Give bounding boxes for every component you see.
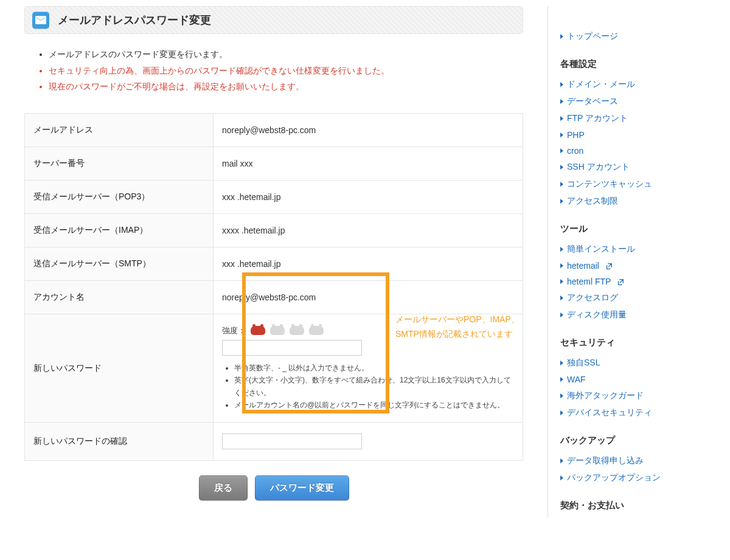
sidebar-section-title: セキュリティ: [560, 337, 706, 348]
chevron-right-icon: [560, 410, 563, 415]
strength-icon: [309, 326, 324, 335]
sidebar-link[interactable]: デバイスセキュリティ: [560, 407, 706, 418]
notice-item: セキュリティ向上の為、画面上からのパスワード確認ができない仕様変更を行いました。: [49, 63, 523, 79]
chevron-right-icon: [560, 133, 563, 137]
sidebar-item-label: SSH アカウント: [567, 162, 630, 173]
back-button[interactable]: 戻る: [199, 475, 248, 500]
sidebar-link[interactable]: 簡単インストール: [560, 244, 706, 255]
password-note: 半角英数字、- _ 以外は入力できません。: [234, 362, 514, 374]
sidebar-link[interactable]: 海外アタックガード: [560, 390, 706, 401]
password-note: メールアカウント名の@以前とパスワードを同じ文字列にすることはできません。: [234, 399, 514, 411]
sidebar-item-label: データ取得申し込み: [567, 455, 644, 466]
value-server-number: mail xxx: [214, 147, 523, 180]
sidebar-link[interactable]: データ取得申し込み: [560, 455, 706, 466]
sidebar-link-top[interactable]: トップページ: [560, 31, 706, 42]
sidebar-item-label: WAF: [567, 375, 586, 384]
chevron-right-icon: [560, 475, 563, 480]
submit-button[interactable]: パスワード変更: [255, 475, 349, 500]
strength-icon: [270, 326, 285, 335]
sidebar-item-label: cron: [567, 146, 583, 156]
label-account: アカウント名: [25, 280, 214, 314]
sidebar-link[interactable]: cron: [560, 146, 706, 156]
confirm-password-input[interactable]: [222, 434, 362, 449]
sidebar: トップページ 各種設定ドメイン・メールデータベースFTP アカウントPHPcro…: [548, 6, 706, 517]
sidebar-item-label: データベース: [567, 96, 618, 107]
label-imap: 受信メールサーバー（IMAP）: [25, 213, 214, 247]
sidebar-link[interactable]: ディスク使用量: [560, 309, 706, 320]
strength-icon: [251, 326, 265, 335]
chevron-right-icon: [560, 82, 563, 87]
sidebar-section-title: 契約・お支払い: [560, 500, 706, 511]
value-imap: xxxx .hetemail.jp: [214, 213, 523, 247]
sidebar-link[interactable]: hetemail: [560, 261, 706, 271]
chevron-right-icon: [560, 377, 563, 382]
sidebar-link[interactable]: アクセスログ: [560, 292, 706, 303]
chevron-right-icon: [560, 247, 563, 252]
external-link-icon: [617, 278, 624, 285]
strength-label: 強度：: [222, 325, 246, 336]
strength-icon: [290, 326, 304, 335]
label-new-password: 新しいパスワード: [25, 314, 214, 423]
sidebar-link[interactable]: SSH アカウント: [560, 162, 706, 173]
sidebar-item-label: FTP アカウント: [567, 113, 628, 124]
chevron-right-icon: [560, 361, 563, 365]
sidebar-section-title: バックアップ: [560, 435, 706, 446]
chevron-right-icon: [560, 199, 563, 204]
label-server-number: サーバー番号: [25, 147, 214, 180]
sidebar-item-label: ドメイン・メール: [567, 79, 635, 90]
label-pop3: 受信メールサーバー（POP3）: [25, 180, 214, 213]
sidebar-link[interactable]: コンテンツキャッシュ: [560, 179, 706, 190]
sidebar-item-label: 簡単インストール: [567, 244, 635, 255]
sidebar-link[interactable]: FTP アカウント: [560, 113, 706, 124]
chevron-right-icon: [560, 279, 563, 284]
external-link-icon: [605, 262, 613, 269]
chevron-right-icon: [560, 313, 563, 317]
action-row: 戻る パスワード変更: [24, 475, 523, 500]
value-pop3: xxx .hetemail.jp: [214, 180, 523, 213]
chevron-right-icon: [560, 296, 563, 300]
sidebar-link[interactable]: heteml FTP: [560, 277, 706, 286]
notice-item: メールアドレスのパスワード変更を行います。: [49, 46, 523, 63]
sidebar-section-title: ツール: [560, 223, 706, 235]
form-table: メールアドレス noreply@webst8-pc.com サーバー番号 mai…: [24, 113, 523, 461]
chevron-right-icon: [560, 263, 563, 268]
sidebar-link[interactable]: PHP: [560, 130, 706, 140]
value-email: noreply@webst8-pc.com: [214, 113, 523, 147]
sidebar-link[interactable]: ドメイン・メール: [560, 79, 706, 90]
sidebar-item-label: ディスク使用量: [567, 309, 627, 320]
chevron-right-icon: [560, 148, 563, 153]
sidebar-item-label: アクセス制限: [567, 196, 618, 207]
annotation-note-line: メールサーバーやPOP、IMAP、: [395, 314, 520, 324]
chevron-right-icon: [560, 458, 563, 463]
chevron-right-icon: [560, 34, 563, 39]
sidebar-item-label: バックアップオプション: [567, 472, 661, 483]
chevron-right-icon: [560, 116, 563, 121]
sidebar-item-label: 海外アタックガード: [567, 390, 644, 401]
sidebar-section-title: 各種設定: [560, 58, 706, 70]
sidebar-item-label: PHP: [567, 130, 585, 140]
sidebar-item-label: hetemail: [567, 261, 599, 271]
chevron-right-icon: [560, 182, 563, 187]
sidebar-link[interactable]: バックアップオプション: [560, 472, 706, 483]
page-title: メールアドレスパスワード変更: [58, 13, 211, 27]
sidebar-link[interactable]: WAF: [560, 375, 706, 384]
mail-icon: [32, 12, 49, 29]
sidebar-item-label: コンテンツキャッシュ: [567, 179, 652, 190]
value-account: noreply@webst8-pc.com: [214, 280, 523, 314]
annotation-note-line: SMTP情報が記載されています: [395, 329, 513, 339]
form-table-wrap: メールサーバーやPOP、IMAP、 SMTP情報が記載されています メールアドレ…: [24, 113, 523, 461]
sidebar-item-label: トップページ: [567, 31, 618, 42]
sidebar-link[interactable]: 独自SSL: [560, 358, 706, 368]
new-password-input[interactable]: [222, 340, 362, 356]
password-note: 英字(大文字・小文字)、数字をすべて組み合わせ、12文字以上16文字以内で入力し…: [234, 374, 514, 399]
sidebar-item-label: heteml FTP: [567, 277, 611, 286]
title-bar: メールアドレスパスワード変更: [24, 6, 523, 34]
sidebar-link[interactable]: アクセス制限: [560, 196, 706, 207]
sidebar-link[interactable]: データベース: [560, 96, 706, 107]
sidebar-item-label: 独自SSL: [567, 358, 600, 368]
chevron-right-icon: [560, 393, 563, 398]
sidebar-item-label: デバイスセキュリティ: [567, 407, 652, 418]
label-confirm-password: 新しいパスワードの確認: [25, 423, 214, 461]
chevron-right-icon: [560, 165, 563, 170]
notice-list: メールアドレスのパスワード変更を行います。 セキュリティ向上の為、画面上からのパ…: [24, 46, 523, 95]
